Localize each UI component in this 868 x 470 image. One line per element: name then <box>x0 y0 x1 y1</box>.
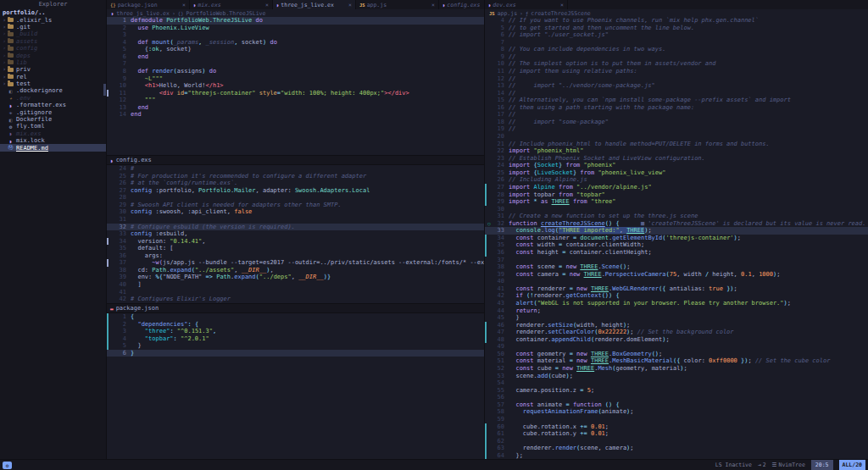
code-line[interactable]: 26# at the `config/runtime.exs`. <box>107 180 484 187</box>
code-line[interactable]: 61 cube.rotation.y += 0.01; <box>485 430 868 438</box>
code-line[interactable]: 13// import "../vendor/some-package.js" <box>485 82 868 90</box>
code-line[interactable]: 31// Create a new function to set up the… <box>485 213 868 220</box>
code-line[interactable]: 8 def render(assigns) do <box>107 68 484 75</box>
code-line[interactable]: 39 env: %{"NODE_PATH" => Path.expand("..… <box>107 274 484 281</box>
code-line[interactable]: 29import * as THREE from "three" <box>485 198 868 206</box>
code-line[interactable]: 11 <div id="threejs-container" style="wi… <box>107 90 484 97</box>
code-line[interactable]: 50 const geometry = new THREE.BoxGeometr… <box>485 351 868 358</box>
code-line[interactable]: 42# Configures Elixir's Logger <box>107 296 484 303</box>
close-icon[interactable]: × <box>431 2 435 8</box>
code-line[interactable]: 4// If you want to use Phoenix channels,… <box>485 17 868 25</box>
tree-folder-.elixir_ls[interactable]: ›.elixir_ls <box>0 16 106 23</box>
breadcrumb-symbol[interactable]: createThreeJSScene <box>531 10 590 17</box>
code-line[interactable]: 16// them using a path starting with the… <box>485 104 868 112</box>
code-line[interactable]: 30 <box>485 206 868 213</box>
tree-folder-deps[interactable]: ›deps <box>0 52 106 58</box>
tab-package.json[interactable]: {}package.json× <box>107 0 190 9</box>
code-line[interactable]: 13 end <box>107 104 484 112</box>
tree-file-.env[interactable]: ✦.env <box>0 95 106 102</box>
code-line[interactable]: 44 return; <box>485 307 868 315</box>
tab-three_js_live.ex[interactable]: ◗three_js_live.ex× <box>273 0 356 9</box>
breadcrumb-file[interactable]: app.js <box>498 10 517 17</box>
code-line[interactable]: 5 } <box>107 342 484 350</box>
code-line[interactable]: 7 <box>107 60 484 68</box>
tree-file-mix.exs[interactable]: ◗mix.exs <box>0 130 106 137</box>
code-line[interactable]: 11// import them using relative paths: <box>485 68 868 75</box>
editor-three-js-live[interactable]: 1defmodule PortfolioWeb.ThreeJSLive do2 … <box>107 17 484 155</box>
code-line[interactable]: 37 <box>485 257 868 264</box>
code-line[interactable]: 6 end <box>107 53 484 61</box>
code-line[interactable]: 49 <box>485 343 868 351</box>
code-line[interactable]: 32# Configure esbuild (the version is re… <box>107 224 484 231</box>
code-line[interactable]: 33config :esbuild, <box>107 230 484 238</box>
code-line[interactable]: 2 use Phoenix.LiveView <box>107 25 484 32</box>
code-line[interactable]: 40 ] <box>107 281 484 289</box>
code-line[interactable]: 4 "topbar": "^2.0.1" <box>107 335 484 343</box>
code-line[interactable]: 8// You can include dependencies in two … <box>485 46 868 53</box>
code-line[interactable]: ○32function createThreeJSScene() { ■ 'cr… <box>485 220 868 228</box>
code-line[interactable]: 2 "dependencies": { <box>107 321 484 329</box>
code-line[interactable]: 20 <box>485 133 868 141</box>
code-line[interactable]: 5 {:ok, socket} <box>107 46 484 53</box>
tree-file-.gitignore[interactable]: ◈.gitignore <box>0 108 106 115</box>
code-line[interactable]: 43 alert("WebGL is not supported in your… <box>485 300 868 307</box>
code-line[interactable]: 29# Swoosh API client is needed for adap… <box>107 202 484 209</box>
code-line[interactable]: 9 ~L""" <box>107 75 484 83</box>
code-line[interactable]: 19// <box>485 125 868 133</box>
tree-folder-lib[interactable]: ›lib <box>0 59 106 66</box>
code-line[interactable]: 57 const animate = function () { <box>485 401 868 409</box>
tree-folder-assets[interactable]: ›assets <box>0 38 106 45</box>
close-icon[interactable]: × <box>348 2 352 8</box>
code-line[interactable]: 9// <box>485 53 868 61</box>
editor-config-exs[interactable]: 24#25# For production it's recommended t… <box>107 165 484 303</box>
code-line[interactable]: 10 <h1>Hello, World!</h1> <box>107 82 484 90</box>
code-line[interactable]: 40 <box>485 278 868 285</box>
code-line[interactable]: 31 <box>107 216 484 224</box>
code-line[interactable]: 36 args: <box>107 252 484 260</box>
code-line[interactable]: 35 const width = container.clientWidth; <box>485 241 868 249</box>
tab-dev.exs[interactable]: ◗dev.exs× <box>485 0 568 9</box>
code-line[interactable]: 38 cd: Path.expand("../assets", __DIR__)… <box>107 267 484 274</box>
tree-folder-config[interactable]: ›config <box>0 45 106 52</box>
code-line[interactable]: 27config :portfolio, Portfolio.Mailer, a… <box>107 187 484 195</box>
code-line[interactable]: 3 "three": "^0.151.3", <box>107 328 484 335</box>
editor-app-js[interactable]: 4// If you want to use Phoenix channels,… <box>485 17 868 459</box>
code-line[interactable]: 35 default: [ <box>107 245 484 252</box>
code-line[interactable]: 37 ~w(js/app.js --bundle --target=es2017… <box>107 259 484 267</box>
code-line[interactable]: 46 renderer.setSize(width, height); <box>485 322 868 329</box>
code-line[interactable]: 18// import "some-package" <box>485 119 868 126</box>
code-line[interactable]: 22import "phoenix_html" <box>485 147 868 155</box>
code-line[interactable]: 4 def mount(_params, _session, socket) d… <box>107 39 484 47</box>
code-line[interactable]: 27import Alpine from "../vendor/alpine.j… <box>485 184 868 191</box>
code-line[interactable]: 34 const container = document.getElement… <box>485 235 868 242</box>
code-line[interactable]: 10// The simplest option is to put them … <box>485 60 868 68</box>
tree-folder-.git[interactable]: ›.git <box>0 24 106 30</box>
code-line[interactable]: 54 <box>485 379 868 387</box>
code-line[interactable]: 21// Include phoenix_html to handle meth… <box>485 141 868 148</box>
tree-file-.formatter.exs[interactable]: ◗.formatter.exs <box>0 102 106 108</box>
code-line[interactable]: 60 cube.rotation.x += 0.01; <box>485 423 868 431</box>
code-line[interactable]: 17// <box>485 111 868 119</box>
code-line[interactable]: 53 scene.add(cube); <box>485 373 868 380</box>
close-icon[interactable]: × <box>265 2 269 8</box>
code-line[interactable]: 41 const renderer = new THREE.WebGLRende… <box>485 285 868 293</box>
tree-file-mix.lock[interactable]: ◗mix.lock <box>0 137 106 144</box>
breadcrumb-symbol[interactable]: PortfolioWeb.ThreeJSLive <box>186 10 265 17</box>
code-line[interactable]: 56 <box>485 394 868 401</box>
code-line[interactable]: 45 } <box>485 314 868 322</box>
code-line[interactable]: 25# For production it's recommended to c… <box>107 173 484 180</box>
code-line[interactable]: 38 const scene = new THREE.Scene(); <box>485 263 868 271</box>
code-line[interactable]: 58 requestAnimationFrame(animate); <box>485 408 868 416</box>
code-line[interactable]: 33 console.log("THREE imported:", THREE)… <box>485 227 868 235</box>
code-line[interactable]: 63 renderer.render(scene, camera); <box>485 445 868 452</box>
code-line[interactable]: 24import {Socket} from "phoenix" <box>485 162 868 169</box>
tab-mix.exs[interactable]: ◗mix.exs× <box>190 0 273 9</box>
tree-file-README.md[interactable]: ⓂREADME.md <box>0 144 106 151</box>
tree-file-Dockerfile[interactable]: ◧Dockerfile <box>0 116 106 123</box>
code-line[interactable]: 42 if (!renderer.getContext()) { <box>485 292 868 300</box>
tree-file-.dockerignore[interactable]: ◧.dockerignore <box>0 87 106 94</box>
code-line[interactable]: 1defmodule PortfolioWeb.ThreeJSLive do <box>107 17 484 25</box>
tree-folder-_build[interactable]: ›_build <box>0 30 106 37</box>
code-line[interactable]: 24# <box>107 165 484 173</box>
code-line[interactable]: 36 const height = container.clientHeight… <box>485 249 868 257</box>
